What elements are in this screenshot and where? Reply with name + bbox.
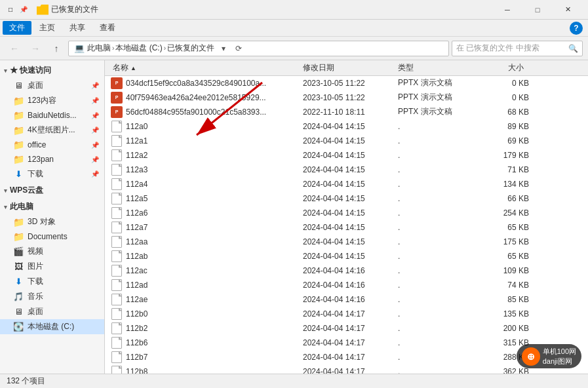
thispc-label: 此电脑 [10,201,33,212]
sidebar-item-pictures[interactable]: 🖼 图片 [0,259,104,274]
title-bar: □ 📌 已恢复的文件 ─ □ ✕ [0,0,588,20]
sidebar-item-documents[interactable]: 📁 Documents [0,229,104,244]
file-name: 112a7 [126,223,303,232]
forward-button[interactable]: → [26,39,45,58]
file-icon [110,294,123,305]
table-row[interactable]: 112ab 2024-04-04 14:15 . 65 KB [105,249,588,263]
table-row[interactable]: 112a5 2024-04-04 14:15 . 66 KB [105,191,588,206]
wps-header[interactable]: ▾ WPS云盘 [0,183,104,198]
path-part-pc[interactable]: 此电脑 [87,43,111,54]
generic-file-icon [111,322,122,334]
table-row[interactable]: 112ae 2024-04-04 14:16 . 85 KB [105,292,588,307]
main-content: ▾ ★ 快速访问 🖥 桌面 📌 📁 123内容 📌 📁 BaiduNetdis.… [0,60,588,374]
sidebar-item-desktop[interactable]: 🖥 桌面 📌 [0,78,104,93]
sidebar-item-123content[interactable]: 📁 123内容 📌 [0,93,104,108]
table-row[interactable]: 112a2 2024-04-04 14:15 . 179 KB [105,148,588,163]
quick-access-header[interactable]: ▾ ★ 快速访问 [0,63,104,78]
address-bar[interactable]: 💻 此电脑 › 本地磁盘 (C:) › 已恢复的文件 ▾ ⟳ [68,41,449,56]
address-dropdown[interactable]: ▾ [217,44,230,53]
sidebar-item-c-drive[interactable]: 💽 本地磁盘 (C:) [0,319,104,334]
file-icon [110,193,123,204]
menu-view[interactable]: 查看 [93,21,122,35]
menu-bar: 文件 主页 共享 查看 ? [0,20,588,37]
table-row[interactable]: 112a0 2024-04-04 14:15 . 89 KB [105,119,588,134]
path-part-drive[interactable]: 本地磁盘 (C:) [115,43,162,54]
menu-home[interactable]: 主页 [33,21,62,35]
generic-file-icon [111,121,122,132]
maximize-button[interactable]: □ [522,0,553,20]
back-button[interactable]: ← [5,39,24,58]
file-name: 112a2 [126,151,303,160]
column-headers: 名称 ▲ 修改日期 类型 大小 [105,60,588,76]
table-row[interactable]: 112a1 2024-04-04 14:15 . 69 KB [105,134,588,148]
file-name: 112aa [126,237,303,246]
table-row[interactable]: 112a7 2024-04-04 14:15 . 65 KB [105,220,588,235]
thispc-section: ▾ 此电脑 📁 3D 对象 📁 Documents 🎬 视频 🖼 图片 ⬇ [0,199,104,334]
folder-icon-pictures: 🖼 [13,262,24,272]
menu-file[interactable]: 文件 [3,21,31,35]
watermark: ⊕ 单机100网 danji图网 [517,344,581,368]
file-size: 109 KB [477,266,529,275]
quick-access-label: ★ 快速访问 [10,65,51,76]
path-part-folder[interactable]: 已恢复的文件 [167,43,214,54]
table-row[interactable]: 112aa 2024-04-04 14:15 . 175 KB [105,235,588,249]
table-row[interactable]: P 40f759463ea426a24ee2012e5815929... 202… [105,90,588,105]
minimize-button[interactable]: ─ [492,0,522,20]
wps-label: WPS云盘 [10,185,43,196]
file-icon [110,265,123,276]
table-row[interactable]: 112b8 2024-04-04 14:17 . 362 KB [105,364,588,374]
file-date: 2024-04-04 14:15 [303,136,398,146]
file-date: 2024-04-04 14:15 [303,151,398,160]
table-row[interactable]: 112ac 2024-04-04 14:16 . 109 KB [105,263,588,278]
file-name: 112ac [126,266,303,275]
sidebar-label-123content: 123内容 [28,95,56,106]
table-row[interactable]: 112a6 2024-04-04 14:15 . 254 KB [105,206,588,220]
sidebar-item-desktop2[interactable]: 🖥 桌面 [0,304,104,319]
file-type: PPTX 演示文稿 [398,106,477,117]
generic-file-icon [111,250,122,262]
sidebar-item-music[interactable]: 🎵 音乐 [0,289,104,304]
sidebar-item-3d[interactable]: 📁 3D 对象 [0,214,104,229]
table-row[interactable]: 112b0 2024-04-04 14:17 . 135 KB [105,307,588,321]
sidebar-item-download[interactable]: ⬇ 下载 [0,274,104,289]
table-row[interactable]: 112a3 2024-04-04 14:15 . 71 KB [105,163,588,177]
folder-icon-music: 🎵 [13,292,24,302]
table-row[interactable]: 112a4 2024-04-04 14:15 . 134 KB [105,177,588,191]
close-button[interactable]: ✕ [553,0,583,20]
col-header-date[interactable]: 修改日期 [300,62,395,73]
table-row[interactable]: P 034dcf15ef9cc0a8a343529c8490100a... 20… [105,76,588,90]
wps-chevron: ▾ [4,187,7,194]
col-header-size[interactable]: 大小 [474,62,526,73]
sidebar-item-office[interactable]: 📁 office 📌 [0,138,104,152]
table-row[interactable]: 112b6 2024-04-04 14:17 . 315 KB [105,336,588,350]
sidebar-item-123pan[interactable]: 📁 123pan 📌 [0,152,104,166]
folder-icon-123: 📁 [13,96,24,106]
help-button[interactable]: ? [570,22,583,35]
menu-share[interactable]: 共享 [63,21,92,35]
sidebar-item-video[interactable]: 🎬 视频 [0,244,104,259]
table-row[interactable]: P 56dcf04884c955fa901000c21c5a8393... 20… [105,105,588,119]
chevron-2: › [164,45,166,52]
file-type: . [398,367,477,374]
sidebar-item-baidunet[interactable]: 📁 BaiduNetdis... 📌 [0,108,104,123]
col-header-name[interactable]: 名称 ▲ [110,62,300,73]
sidebar-item-download-quick[interactable]: ⬇ 下载 📌 [0,166,104,182]
quick-access-chevron: ▾ [4,68,7,74]
generic-file-icon [111,193,122,204]
file-type: . [398,136,477,146]
col-header-type[interactable]: 类型 [395,62,474,73]
sidebar-item-4k[interactable]: 📁 4K壁纸图片... 📌 [0,123,104,138]
file-date: 2023-10-05 11:22 [303,79,398,88]
thispc-header[interactable]: ▾ 此电脑 [0,199,104,214]
sidebar-label-download: 下载 [28,276,43,287]
refresh-button[interactable]: ⟳ [235,44,242,53]
table-row[interactable]: 112ad 2024-04-04 14:16 . 74 KB [105,278,588,292]
file-icon [110,366,123,374]
table-row[interactable]: 112b7 2024-04-04 14:17 . 288 KB [105,350,588,364]
generic-file-icon [111,236,122,248]
quick-access-section: ▾ ★ 快速访问 🖥 桌面 📌 📁 123内容 📌 📁 BaiduNetdis.… [0,63,104,182]
up-button[interactable]: ↑ [47,39,66,58]
search-bar[interactable]: 在 已恢复的文件 中搜索 🔍 [452,41,583,56]
table-row[interactable]: 112b2 2024-04-04 14:17 . 200 KB [105,321,588,336]
generic-file-icon [111,351,122,363]
